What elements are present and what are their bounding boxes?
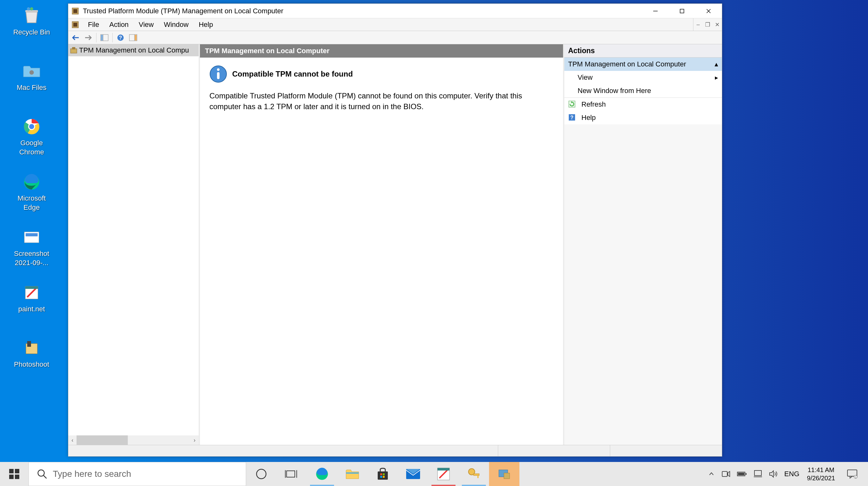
taskbar-app-tpm-management[interactable]	[489, 462, 519, 486]
menu-file[interactable]: File	[83, 21, 104, 29]
action-help[interactable]: ? Help	[564, 111, 722, 124]
tree-panel: TPM Management on Local Compu ‹ ›	[68, 44, 200, 445]
window-body: TPM Management on Local Compu ‹ › TPM Ma…	[68, 44, 722, 445]
taskbar: Type here to search	[0, 462, 868, 486]
image-file-icon	[22, 227, 42, 247]
menu-help[interactable]: Help	[194, 21, 218, 29]
desktop-icon-label: Screenshot 2021-09-...	[9, 249, 54, 267]
battery-icon[interactable]	[737, 471, 747, 477]
svg-rect-67	[754, 470, 762, 476]
desktop-icon-label: Photoshoot	[14, 360, 49, 369]
search-bar[interactable]: Type here to search	[28, 462, 246, 486]
svg-point-42	[38, 470, 44, 476]
paintnet-icon	[437, 467, 450, 481]
actions-group-header[interactable]: TPM Management on Local Computer ▴	[564, 58, 722, 71]
taskbar-app-paintnet[interactable]	[428, 462, 459, 486]
status-cell	[498, 445, 610, 456]
show-desktop-button[interactable]	[865, 462, 868, 486]
content-header: TPM Management on Local Computer	[200, 44, 563, 58]
show-hide-actions-button[interactable]	[127, 32, 139, 43]
collapse-arrow-icon: ▴	[715, 60, 718, 68]
desktop-icon-mac-files[interactable]: Mac Files	[0, 58, 63, 113]
show-hide-tree-button[interactable]	[98, 32, 111, 43]
action-view[interactable]: View ▸	[564, 71, 722, 84]
tree-item-tpm-management[interactable]: TPM Management on Local Compu	[68, 44, 199, 56]
desktop-icon-chrome[interactable]: Google Chrome	[0, 113, 63, 169]
taskbar-app-explorer[interactable]	[337, 462, 368, 486]
svg-rect-29	[135, 35, 137, 40]
desktop-icon-screenshot[interactable]: Screenshot 2021-09-...	[0, 224, 63, 279]
language-indicator[interactable]: ENG	[784, 470, 799, 478]
cortana-button[interactable]	[246, 462, 276, 486]
menu-action[interactable]: Action	[104, 21, 133, 29]
svg-rect-30	[70, 49, 77, 53]
svg-text:?: ?	[119, 35, 122, 40]
horizontal-scrollbar[interactable]: ‹ ›	[68, 435, 199, 445]
action-label: New Window from Here	[578, 87, 651, 95]
network-icon[interactable]	[753, 470, 763, 478]
scroll-right-button[interactable]: ›	[190, 435, 199, 445]
tpm-management-window: Trusted Platform Module (TPM) Management…	[68, 3, 722, 457]
svg-rect-65	[746, 473, 747, 475]
menu-view[interactable]: View	[134, 21, 159, 29]
svg-rect-51	[380, 473, 382, 475]
svg-point-1	[27, 7, 30, 10]
mdi-close-button[interactable]: ✕	[712, 18, 722, 31]
svg-text:1: 1	[855, 476, 857, 478]
window-titlebar[interactable]: Trusted Platform Module (TPM) Management…	[68, 4, 722, 18]
task-view-icon	[285, 468, 299, 480]
edge-icon	[315, 467, 329, 481]
system-tray: ENG	[705, 462, 803, 486]
svg-rect-24	[101, 35, 103, 40]
help-icon: ?	[568, 114, 576, 122]
forward-button[interactable]	[82, 32, 94, 43]
action-new-window[interactable]: New Window from Here	[564, 84, 722, 97]
scroll-track[interactable]	[76, 435, 190, 445]
clock-time: 11:41 AM	[808, 466, 834, 474]
taskbar-app-edge[interactable]	[307, 462, 337, 486]
tree-item-label: TPM Management on Local Compu	[79, 46, 189, 54]
taskbar-app-store[interactable]	[368, 462, 398, 486]
desktop-icon-recycle-bin[interactable]: Recycle Bin	[0, 3, 63, 58]
desktop-icon-photoshoot[interactable]: Photoshoot	[0, 335, 63, 390]
folder-icon	[22, 61, 42, 81]
desktop-icon-paintnet[interactable]: paint.net	[0, 279, 63, 335]
windows-logo-icon	[8, 468, 20, 480]
meet-now-icon[interactable]	[721, 470, 731, 478]
svg-rect-50	[378, 472, 388, 480]
svg-rect-39	[15, 469, 19, 473]
action-refresh[interactable]: Refresh	[564, 98, 722, 111]
mdi-restore-button[interactable]: ❐	[703, 18, 712, 31]
svg-rect-41	[15, 475, 19, 479]
notification-icon: 1	[847, 469, 858, 479]
search-icon	[36, 468, 48, 480]
file-explorer-icon	[345, 468, 359, 480]
task-view-button[interactable]	[276, 462, 307, 486]
svg-rect-62	[504, 473, 509, 479]
start-button[interactable]	[0, 462, 28, 486]
scroll-thumb[interactable]	[76, 435, 128, 445]
svg-text:?: ?	[570, 115, 574, 120]
svg-rect-60	[477, 476, 478, 478]
show-hidden-icons-button[interactable]	[708, 470, 715, 478]
close-button[interactable]	[695, 4, 722, 18]
volume-icon[interactable]	[769, 470, 778, 478]
svg-rect-66	[738, 473, 744, 475]
scroll-left-button[interactable]: ‹	[68, 435, 76, 445]
back-button[interactable]	[70, 32, 82, 43]
desktop-icon-label: Microsoft Edge	[9, 194, 54, 212]
clock[interactable]: 11:41 AM 9/26/2021	[803, 462, 840, 486]
help-button[interactable]: ?	[115, 32, 127, 43]
maximize-button[interactable]	[669, 4, 695, 18]
taskbar-app-security[interactable]	[459, 462, 489, 486]
mdi-controls: – ❐ ✕	[693, 18, 722, 31]
toolbar-separator	[96, 33, 96, 42]
menu-window[interactable]: Window	[159, 21, 194, 29]
action-center-button[interactable]: 1	[840, 462, 865, 486]
tree-content-area	[68, 56, 199, 435]
mdi-minimize-button[interactable]: –	[693, 18, 703, 31]
taskbar-app-mail[interactable]	[398, 462, 428, 486]
svg-rect-54	[383, 476, 385, 478]
minimize-button[interactable]	[642, 4, 669, 18]
desktop-icon-edge[interactable]: Microsoft Edge	[0, 169, 63, 224]
